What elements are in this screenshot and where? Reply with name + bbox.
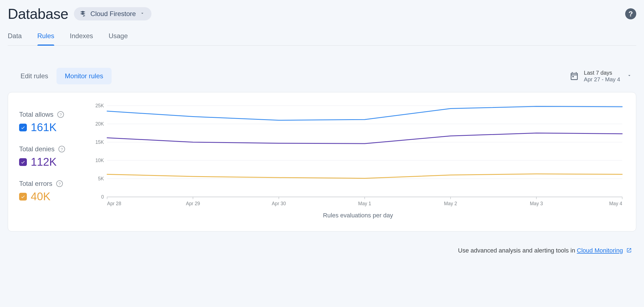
external-link-icon bbox=[626, 248, 632, 255]
svg-text:May 2: May 2 bbox=[444, 201, 457, 206]
legend-allows-toggle[interactable] bbox=[19, 124, 27, 131]
subtab-monitor-rules[interactable]: Monitor rules bbox=[56, 68, 112, 84]
footer-prefix: Use advanced analysis and alerting tools… bbox=[458, 247, 577, 254]
legend-errors-toggle[interactable] bbox=[19, 193, 27, 201]
tab-indexes[interactable]: Indexes bbox=[70, 30, 93, 45]
date-range-label: Last 7 days bbox=[584, 69, 620, 76]
svg-text:Apr 28: Apr 28 bbox=[107, 201, 121, 206]
footer-hint: Use advanced analysis and alerting tools… bbox=[8, 247, 636, 255]
legend-denies: Total denies ? 112K bbox=[19, 145, 80, 168]
svg-text:25K: 25K bbox=[95, 103, 104, 108]
svg-text:5K: 5K bbox=[98, 176, 104, 181]
chart-legend: Total allows ? 161K Total denies ? 112K bbox=[19, 103, 80, 219]
chevron-down-icon bbox=[140, 11, 145, 17]
rules-line-chart: 05K10K15K20K25KApr 28Apr 29Apr 30May 1Ma… bbox=[91, 103, 625, 208]
tab-rules[interactable]: Rules bbox=[37, 30, 54, 45]
legend-denies-value: 112K bbox=[31, 156, 56, 168]
chart-x-label: Rules evaluations per day bbox=[91, 212, 625, 219]
date-range-dates: Apr 27 - May 4 bbox=[584, 76, 620, 83]
svg-text:May 1: May 1 bbox=[358, 201, 371, 206]
help-icon[interactable]: ? bbox=[56, 180, 63, 187]
help-icon[interactable]: ? bbox=[625, 8, 636, 19]
svg-text:0: 0 bbox=[101, 194, 104, 200]
legend-errors-value: 40K bbox=[31, 190, 50, 203]
database-selector-label: Cloud Firestore bbox=[91, 10, 136, 18]
svg-text:May 3: May 3 bbox=[530, 201, 543, 206]
legend-errors: Total errors ? 40K bbox=[19, 180, 80, 203]
svg-text:15K: 15K bbox=[95, 139, 104, 145]
legend-denies-toggle[interactable] bbox=[19, 158, 27, 166]
tab-usage[interactable]: Usage bbox=[109, 30, 128, 45]
svg-text:Apr 30: Apr 30 bbox=[272, 201, 286, 206]
cloud-monitoring-link[interactable]: Cloud Monitoring bbox=[577, 247, 623, 254]
chevron-down-icon bbox=[627, 73, 632, 79]
help-icon[interactable]: ? bbox=[57, 111, 64, 118]
tab-data[interactable]: Data bbox=[8, 30, 22, 45]
svg-text:Apr 29: Apr 29 bbox=[186, 201, 200, 206]
legend-allows: Total allows ? 161K bbox=[19, 111, 80, 134]
legend-allows-title: Total allows bbox=[19, 111, 53, 118]
svg-text:May 4: May 4 bbox=[609, 201, 622, 206]
calendar-icon bbox=[570, 71, 579, 81]
svg-text:10K: 10K bbox=[95, 158, 104, 163]
rules-chart-card: Total allows ? 161K Total denies ? 112K bbox=[8, 92, 636, 231]
svg-text:20K: 20K bbox=[95, 121, 104, 127]
legend-denies-title: Total denies bbox=[19, 145, 55, 153]
subtab-edit-rules[interactable]: Edit rules bbox=[12, 68, 56, 84]
legend-errors-title: Total errors bbox=[19, 180, 52, 188]
help-icon[interactable]: ? bbox=[58, 146, 65, 152]
date-range-picker[interactable]: Last 7 days Apr 27 - May 4 bbox=[570, 69, 632, 83]
svg-rect-0 bbox=[572, 76, 574, 77]
firestore-icon bbox=[79, 10, 87, 18]
legend-allows-value: 161K bbox=[31, 121, 56, 134]
page-title: Database bbox=[8, 6, 68, 22]
tabs: Data Rules Indexes Usage bbox=[8, 30, 636, 46]
database-selector[interactable]: Cloud Firestore bbox=[74, 7, 151, 20]
